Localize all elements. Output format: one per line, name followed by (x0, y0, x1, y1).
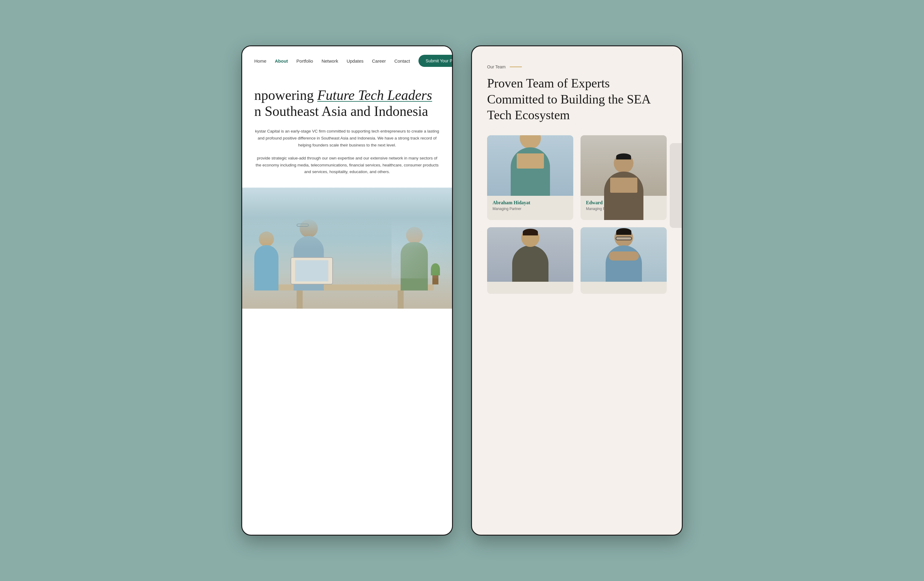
team-name-abraham: Abraham Hidayat (493, 200, 568, 205)
submit-proposal-button[interactable]: Submit Your Proposal (419, 55, 453, 67)
team-card-person3 (487, 227, 573, 294)
team-card-edward: Edward Gunawan Managing Partner (581, 135, 667, 220)
hero-headline: npowering Future Tech Leaders n Southeas… (254, 88, 440, 119)
headline-part2: n Southeast Asia and Indonesia (254, 104, 428, 119)
team-card-abraham: Abraham Hidayat Managing Partner (487, 135, 573, 220)
section-label-container: Our Team (487, 65, 667, 69)
office-background (242, 188, 452, 309)
headline-part1: npowering Future Tech Leaders (254, 88, 432, 103)
screen-left: Home About Portfolio Network Updates Car… (241, 45, 453, 536)
hero-description-2: provide strategic value-add through our … (254, 155, 440, 176)
team-card-partial-gen (670, 143, 682, 228)
navigation: Home About Portfolio Network Updates Car… (242, 46, 452, 75)
screens-wrapper: Home About Portfolio Network Updates Car… (217, 21, 707, 560)
nav-about[interactable]: About (275, 58, 288, 63)
team-card-person4 (581, 227, 667, 294)
headline-italic: Future Tech Leaders (317, 88, 432, 103)
nav-network[interactable]: Network (322, 58, 338, 63)
right-content: Our Team Proven Team of Experts Committe… (472, 46, 682, 312)
section-title: Proven Team of Experts Committed to Buil… (487, 75, 667, 123)
hero-image (242, 188, 452, 309)
team-role-abraham: Managing Partner (493, 207, 568, 211)
nav-contact[interactable]: Contact (394, 58, 410, 63)
nav-home[interactable]: Home (254, 58, 266, 63)
nav-portfolio[interactable]: Portfolio (296, 58, 313, 63)
team-grid-row-1: Abraham Hidayat Managing Partner (487, 135, 667, 220)
hero-description-1: kystar Capital is an early-stage VC firm… (254, 128, 440, 149)
hero-section: npowering Future Tech Leaders n Southeas… (242, 75, 452, 185)
team-grid-row-2 (487, 227, 667, 294)
team-photo-edward (581, 135, 667, 196)
screen-right: Our Team Proven Team of Experts Committe… (471, 45, 683, 536)
team-info-abraham: Abraham Hidayat Managing Partner (487, 196, 573, 215)
team-photo-abraham (487, 135, 573, 196)
section-divider-line (510, 66, 522, 67)
laptop (290, 257, 333, 285)
nav-career[interactable]: Career (372, 58, 386, 63)
our-team-label: Our Team (487, 65, 505, 69)
nav-updates[interactable]: Updates (346, 58, 363, 63)
